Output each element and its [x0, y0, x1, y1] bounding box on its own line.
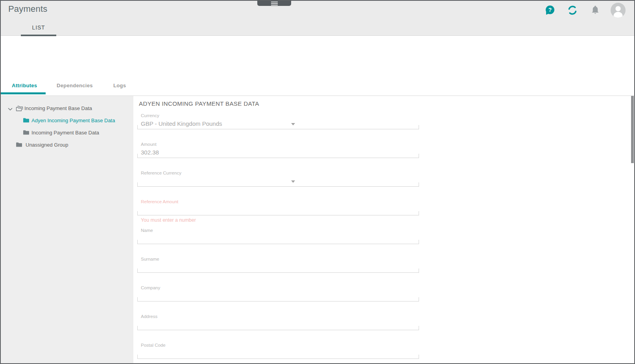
text-input[interactable]	[137, 262, 419, 273]
field-underline	[137, 182, 419, 187]
app-window: Payments ?	[0, 0, 635, 364]
attribute-group-tree: Incoming Payment Base DataAdyen Incoming…	[1, 96, 133, 364]
breadcrumb-bar: Authorization ID 568062	[1, 36, 634, 64]
field-currency: CurrencyGBP - United Kingdom Pounds	[137, 113, 419, 129]
field-underline	[137, 326, 419, 330]
text-input[interactable]	[137, 290, 419, 301]
text-input[interactable]	[137, 348, 419, 359]
notifications-button[interactable]	[588, 2, 603, 18]
field-label: Postal Code	[137, 343, 419, 348]
field-underline	[137, 154, 419, 158]
notifications-bell-icon	[590, 5, 600, 16]
help-icon: ?	[545, 5, 555, 16]
active-tab-indicator	[1, 92, 46, 94]
field-amount: Amount302.38	[137, 142, 419, 158]
field-label: Name	[137, 228, 419, 233]
field-label: Address	[137, 314, 419, 319]
account-button[interactable]	[611, 2, 626, 18]
folder-icon	[23, 118, 30, 125]
field-reference-amount: Reference AmountYou must enter a number	[137, 199, 419, 223]
tree-item-adyen-incoming-payment-base-data[interactable]: Adyen Incoming Payment Base Data	[1, 114, 133, 127]
field-error-message: You must enter a number	[137, 217, 419, 223]
tree-item-incoming-payment-base-data[interactable]: Incoming Payment Base Data	[1, 127, 133, 139]
tab-list[interactable]: LIST	[21, 21, 56, 36]
field-address: Address	[137, 314, 419, 330]
select-input[interactable]	[137, 176, 419, 187]
sync-icon	[567, 5, 578, 15]
field-reference-currency: Reference Currency	[137, 171, 419, 187]
header-icons: ?	[542, 2, 626, 19]
field-surname: Surname	[137, 257, 419, 273]
field-underline	[137, 268, 419, 273]
text-input[interactable]: 302.38	[137, 147, 419, 158]
field-name: Name	[137, 228, 419, 244]
detail-tabs: AttributesDependenciesLogs	[1, 78, 634, 96]
field-underline	[137, 355, 419, 359]
window-drag-handle[interactable]	[257, 1, 291, 6]
svg-text:?: ?	[548, 7, 552, 13]
app-header: Payments ?	[1, 1, 634, 36]
tree-item-unassigned-group[interactable]: Unassigned Group	[1, 139, 133, 151]
help-button[interactable]: ?	[542, 2, 557, 18]
text-input[interactable]	[137, 233, 419, 244]
hamburger-icon	[271, 2, 278, 2]
field-underline	[137, 125, 419, 129]
select-input[interactable]: GBP - United Kingdom Pounds	[137, 118, 419, 129]
field-label: Reference Amount	[137, 199, 419, 204]
attribute-form-panel: ADYEN INCOMING PAYMENT BASE DATA Currenc…	[133, 96, 635, 364]
field-label: Amount	[137, 142, 419, 147]
group-folder-icon	[16, 105, 23, 113]
field-label: Surname	[137, 257, 419, 262]
folder-icon	[16, 142, 22, 149]
sync-button[interactable]	[565, 2, 580, 18]
form-heading: ADYEN INCOMING PAYMENT BASE DATA	[139, 100, 259, 107]
field-underline	[137, 297, 419, 301]
chevron-down-icon[interactable]	[8, 106, 13, 113]
tab-logs[interactable]: Logs	[113, 83, 126, 88]
tab-list-label: LIST	[21, 24, 56, 31]
text-input[interactable]	[137, 204, 419, 215]
user-avatar	[611, 3, 626, 18]
tree-item-incoming-payment-base-data[interactable]: Incoming Payment Base Data	[1, 102, 133, 114]
field-underline	[137, 211, 419, 215]
tab-dependencies[interactable]: Dependencies	[57, 83, 93, 88]
field-label: Currency	[137, 113, 419, 118]
field-postal-code: Postal Code	[137, 343, 419, 359]
tab-attributes[interactable]: Attributes	[12, 83, 37, 88]
tree-item-label: Adyen Incoming Payment Base Data	[31, 118, 115, 123]
tree-item-label: Incoming Payment Base Data	[24, 105, 92, 111]
field-label: Reference Currency	[137, 171, 419, 176]
folder-icon	[23, 130, 30, 137]
vertical-scrollbar-thumb[interactable]	[631, 96, 634, 163]
field-underline	[137, 240, 419, 244]
page-title: Payments	[8, 4, 47, 14]
tree-item-label: Incoming Payment Base Data	[31, 130, 99, 136]
field-company: Company	[137, 285, 419, 301]
tree-item-label: Unassigned Group	[26, 142, 68, 148]
field-label: Company	[137, 285, 419, 290]
text-input[interactable]	[137, 319, 419, 330]
